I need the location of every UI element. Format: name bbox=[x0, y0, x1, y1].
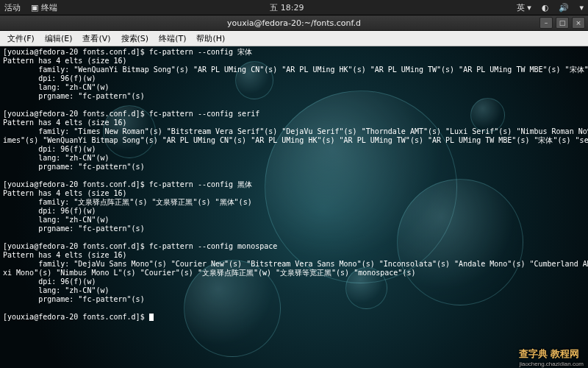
activities-button[interactable]: 活动 bbox=[4, 2, 21, 13]
terminal-cursor bbox=[149, 314, 154, 321]
volume-icon[interactable]: 🔊 bbox=[559, 3, 569, 13]
menu-help[interactable]: 帮助(H) bbox=[192, 32, 229, 45]
clock[interactable]: 五 18:29 bbox=[270, 2, 304, 13]
system-menu-icon[interactable]: ▾ bbox=[579, 3, 584, 13]
window-titlebar[interactable]: youxia@fedora-20:~/fonts.conf.d – □ × bbox=[0, 15, 588, 31]
watermark-sub: jiaocheng.chazidian.com bbox=[519, 361, 584, 367]
window-close-button[interactable]: × bbox=[572, 17, 585, 29]
watermark-main: 查字典 教程网 bbox=[519, 348, 579, 359]
window-minimize-button[interactable]: – bbox=[539, 17, 553, 29]
current-app-label[interactable]: ▣ 终端 bbox=[31, 2, 57, 13]
menu-search[interactable]: 搜索(S) bbox=[117, 32, 154, 45]
terminal-viewport[interactable]: [youxia@fedora-20 fonts.conf.d]$ fc-patt… bbox=[0, 46, 588, 368]
window-maximize-button[interactable]: □ bbox=[556, 17, 569, 29]
ime-indicator[interactable]: 英 ▾ bbox=[517, 2, 531, 13]
terminal-text: [youxia@fedora-20 fonts.conf.d]$ fc-patt… bbox=[0, 46, 588, 368]
menu-terminal[interactable]: 终端(T) bbox=[154, 32, 190, 45]
gnome-topbar: 活动 ▣ 终端 五 18:29 英 ▾ ◐ 🔊 ▾ bbox=[0, 0, 588, 15]
menu-view[interactable]: 查看(V) bbox=[78, 32, 115, 45]
menubar: 文件(F) 编辑(E) 查看(V) 搜索(S) 终端(T) 帮助(H) bbox=[0, 31, 588, 46]
menu-edit[interactable]: 编辑(E) bbox=[40, 32, 77, 45]
window-title: youxia@fedora-20:~/fonts.conf.d bbox=[227, 18, 361, 28]
watermark: 查字典 教程网 jiaocheng.chazidian.com bbox=[519, 347, 584, 367]
menu-file[interactable]: 文件(F) bbox=[3, 32, 39, 45]
a11y-icon[interactable]: ◐ bbox=[542, 3, 549, 13]
